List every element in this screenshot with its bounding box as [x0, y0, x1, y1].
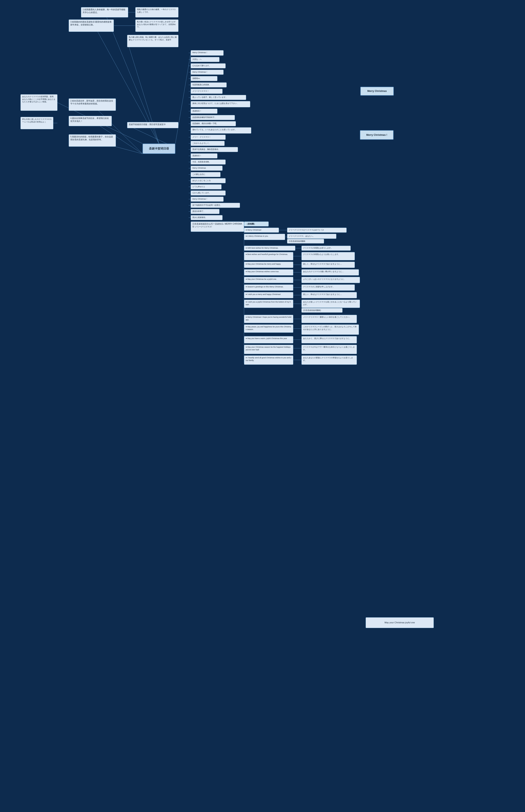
r6: 信是我最真心的祝祷。 [191, 82, 227, 87]
g15-jp: あなたあなたの家族にクリスマスの幸福を心よりお送りします。 [301, 356, 357, 365]
svg-line-7 [127, 41, 159, 144]
g7-jp: よろこびいっぱいのクリスマスになりますように。 [301, 277, 360, 283]
g8-en: ● Season's greetings on this Merry Chris… [244, 285, 293, 291]
r9: 身体に付け症気をつけて、たまには題を見せて下さい。 [191, 101, 250, 107]
r21: あなたとほごることを [191, 178, 226, 183]
g10-jp: あなたが楽しいクリスマスを過ごされることを一心より期っています。 [301, 300, 360, 308]
r24: Merry Christmas！ [191, 197, 224, 201]
r11: 品是假轮份够刻可靠的时子。 [191, 115, 235, 120]
g12-en: ● May peace, joy and happiness be yours … [244, 325, 293, 333]
r25: 这个地基的日子可以起同一起度过。 [191, 203, 240, 208]
group-header: （朋相圈） [244, 222, 269, 226]
g4-en: ● Best wishes and heartfull greetings fo… [244, 252, 293, 260]
r20: この素なる日に [191, 172, 221, 177]
r5: 温暖着xx。 [191, 76, 217, 81]
g1-jp: メリークリスマス(クリスマスおめでとう)! [287, 228, 347, 232]
g9-en: ● I wish you a merry and happy Christmas… [244, 292, 293, 298]
g13-jp: あたたかく、喜びに満ちたクリスマスでありますように。 [301, 336, 357, 343]
mind-map: 圣诞卡贺词日语 あなたのクリスマスの贺词問題、新用、あなたの私にここの位节帯開に… [0, 0, 525, 812]
g15-en: ● I heartily send all good Christmas wis… [244, 356, 293, 365]
r3: 心を込めて贈ります。 [191, 63, 226, 68]
r22: とても幸せだと [191, 184, 222, 189]
bottom-section-label: 日语圣诞祝福语怎么写？圣诞快乐♪ MERRY CHRISMAS! メリークリスマ… [191, 222, 244, 232]
g11-jp: メリークリスマス！素晴らしい休日を過ごしてください。 [301, 315, 357, 323]
g14-jp: クリスマスが今までで一番幸せな休日となりよくお過ごりします。 [301, 345, 357, 354]
r10: 圣诞快乐！ [191, 109, 217, 114]
branch-1-node: 1.祝我最爱的人身体健康，每一年的圣诞节都能开开心心的度过。 [81, 7, 128, 17]
g10-sub: (日语圣诞祝福词翻映) [301, 308, 343, 313]
g5-jp: 楽しく、幸せなクリスマスでありますように… [301, 262, 355, 268]
g11-en: ● Merry Christmas! I hope you're having … [244, 315, 293, 323]
g9-jp: 楽しい、幸せなクリスマスでありますように… [301, 292, 357, 298]
r26: 真高兴幸亊了。 [191, 209, 220, 214]
g1-en: ● Merry Christmas! [244, 228, 279, 232]
r4: Merry Christmas！ [191, 70, 224, 75]
g3-en: ● With best wishes for Merry Christmas. [244, 246, 295, 251]
r19: Merry Christmas [191, 166, 223, 171]
g5-en: ● May your Christmas be merry and happy. [244, 262, 293, 268]
svg-line-8 [175, 53, 191, 144]
g2-sub: 日语圣诞祝福词翻映 [287, 239, 324, 243]
merry-christmas-badge-1: Merry Christmas ! [360, 130, 393, 140]
r1: Merry Christmas！ [191, 50, 224, 56]
g2-jp: メリークリスマス、あなたへ。 [287, 234, 336, 239]
center-node: 圣诞卡贺词日语 [142, 144, 175, 154]
top-left-node-2: 群を分担に楽しむのクリスマスのカーニバルは私达の友情はよこ [20, 117, 53, 129]
top-left-node-1: あなたのクリスマスの贺词問題、新用、あなたの私にここの位节帯開にあなたをもたらす… [20, 94, 57, 111]
g13-en: ● May you have a warm, joyful Christmas … [244, 336, 293, 343]
r2: 大切な…へ [191, 57, 220, 62]
r27: 衷从心底谢谢你。 [191, 215, 223, 220]
branch-4-node: 4.愿你在情事圣诞节的狂欢，希望我们的友谊天长地久！ [69, 116, 112, 126]
g7-en: ● May your Christmas be a joyful one. [244, 277, 293, 283]
g14-en: ● May your Christmas season be the happi… [244, 345, 293, 354]
r16: 覓束不忘我身边，脑际思想着你。 [191, 147, 238, 152]
r14: メリー・クリスマス！ [191, 135, 226, 140]
g8-jp: クリスマスのご挨拶を申し上げます。 [301, 285, 355, 291]
r18: 今后，也请多多保教。 [191, 160, 226, 165]
r17: 圣诞快乐！ [191, 153, 217, 158]
merry-christmas-badge-2: Merry Christmas [360, 87, 394, 95]
r12: 信是健体、偶尔出来聚一下吧。 [191, 121, 236, 126]
g4-jp: クリスマスの幸運を心よりお祝いたします。 [301, 252, 355, 260]
g10-en: ● I wish you a joyful Christmas from the… [244, 300, 293, 308]
r7: メリークリスマス！ [191, 89, 223, 94]
branch-2-node: 2.祝你圣诞吉祥，新年如意，想念你的我在这佳节十分为你带来最美好的祝福。 [69, 99, 116, 111]
branch-3-jp-node: 私の親い友达にクリスマスの楽しみを祈りますあなたの队みの願着が近づってきて、全部… [135, 19, 178, 32]
r8: 偲ぶっている様子、親しく悲っています。 [191, 95, 246, 100]
r15: これからもよろしく。 [191, 141, 225, 146]
g12-jp: このクリスマスシーズンの間ずっと、皆さまがよろこびそして幸せがあなたと共にありま… [301, 325, 359, 335]
branch-mid-jp-node: 私の最も親な祝福、私に最爱の書、あなたは品目に私に最重なクリスマスプレゼントも、… [127, 35, 178, 47]
branch-3-node: 3.祝我最好的朋友圣诞快乐!愿望你的感情篮着新年来临，全部烦恼云散。 [69, 19, 114, 32]
may-your-christmas-node: May your Christmas joyful one [366, 617, 434, 628]
branch-5-node: 5.我最深长的祝福，给我最爱的妻子，你永远是我珍贵的圣诞礼物，也是我的所有。 [69, 134, 116, 147]
g2-en: ● A Merry Christmas to you. [244, 234, 285, 240]
g6-en: ● May your Christmas wishes come true. [244, 269, 293, 275]
g3-jp: クリスマスの幸運をお祈りします。 [301, 246, 351, 251]
g6-jp: あなたのクリスマスの願い事が叶いますように… [301, 269, 359, 275]
mid-section-label: 圣诞节祝福语日语版：用日语写圣诞贺卡 [127, 122, 178, 128]
r23: 心から感じています。 [191, 191, 226, 195]
branch-1-jp-node: 我私の最爱の人の体の健康、一年のクリスマスも楽しくです。 [135, 7, 178, 17]
r13: 遊れていても、いつもあなたのことを想っています。 [191, 127, 251, 134]
